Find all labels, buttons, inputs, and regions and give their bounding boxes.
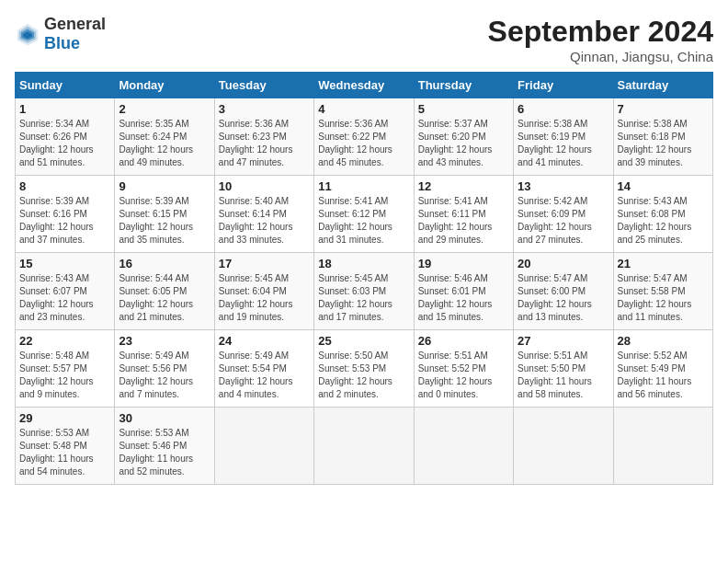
day-info: Sunrise: 5:36 AM Sunset: 6:22 PM Dayligh… [318, 118, 409, 169]
logo-text: General Blue [44, 15, 106, 53]
calendar-day-4: 4Sunrise: 5:36 AM Sunset: 6:22 PM Daylig… [314, 98, 414, 176]
day-number: 29 [19, 411, 110, 425]
day-number: 12 [418, 179, 509, 193]
calendar-day-empty [314, 408, 414, 485]
calendar-day-empty [514, 408, 613, 485]
calendar-header-monday: Monday [115, 73, 214, 98]
calendar-day-6: 6Sunrise: 5:38 AM Sunset: 6:19 PM Daylig… [514, 98, 613, 176]
calendar-week-3: 22Sunrise: 5:48 AM Sunset: 5:57 PM Dayli… [16, 330, 713, 408]
calendar-day-15: 15Sunrise: 5:43 AM Sunset: 6:07 PM Dayli… [16, 253, 115, 330]
calendar-day-2: 2Sunrise: 5:35 AM Sunset: 6:24 PM Daylig… [115, 98, 214, 176]
calendar-table: SundayMondayTuesdayWednesdayThursdayFrid… [15, 72, 713, 485]
day-info: Sunrise: 5:49 AM Sunset: 5:54 PM Dayligh… [219, 350, 310, 401]
day-info: Sunrise: 5:44 AM Sunset: 6:05 PM Dayligh… [119, 272, 210, 324]
calendar-day-16: 16Sunrise: 5:44 AM Sunset: 6:05 PM Dayli… [115, 253, 214, 330]
calendar-day-28: 28Sunrise: 5:52 AM Sunset: 5:49 PM Dayli… [613, 330, 712, 408]
day-number: 6 [518, 102, 609, 116]
day-info: Sunrise: 5:49 AM Sunset: 5:56 PM Dayligh… [119, 350, 210, 401]
day-info: Sunrise: 5:39 AM Sunset: 6:16 PM Dayligh… [19, 195, 110, 247]
day-number: 11 [318, 179, 409, 193]
calendar-header-saturday: Saturday [613, 73, 712, 98]
day-number: 10 [219, 179, 310, 193]
day-number: 13 [518, 179, 609, 193]
location-subtitle: Qinnan, Jiangsu, China [488, 49, 713, 64]
day-info: Sunrise: 5:43 AM Sunset: 6:08 PM Dayligh… [618, 195, 709, 247]
calendar-day-22: 22Sunrise: 5:48 AM Sunset: 5:57 PM Dayli… [16, 330, 115, 408]
calendar-day-17: 17Sunrise: 5:45 AM Sunset: 6:04 PM Dayli… [214, 253, 313, 330]
calendar-day-12: 12Sunrise: 5:41 AM Sunset: 6:11 PM Dayli… [414, 176, 513, 253]
calendar-day-3: 3Sunrise: 5:36 AM Sunset: 6:23 PM Daylig… [214, 98, 313, 176]
day-number: 19 [418, 257, 509, 270]
day-number: 8 [19, 179, 110, 193]
calendar-week-0: 1Sunrise: 5:34 AM Sunset: 6:26 PM Daylig… [16, 98, 713, 176]
day-info: Sunrise: 5:45 AM Sunset: 6:03 PM Dayligh… [318, 272, 409, 324]
day-number: 25 [318, 334, 409, 348]
calendar-day-13: 13Sunrise: 5:42 AM Sunset: 6:09 PM Dayli… [514, 176, 613, 253]
calendar-day-23: 23Sunrise: 5:49 AM Sunset: 5:56 PM Dayli… [115, 330, 214, 408]
title-block: September 2024 Qinnan, Jiangsu, China [488, 15, 713, 64]
calendar-header-row: SundayMondayTuesdayWednesdayThursdayFrid… [16, 73, 713, 98]
calendar-body: 1Sunrise: 5:34 AM Sunset: 6:26 PM Daylig… [16, 98, 713, 485]
day-number: 7 [618, 102, 709, 116]
day-number: 9 [119, 179, 210, 193]
calendar-header-thursday: Thursday [414, 73, 513, 98]
day-number: 28 [618, 334, 709, 348]
day-number: 15 [19, 257, 110, 270]
calendar-week-4: 29Sunrise: 5:53 AM Sunset: 5:48 PM Dayli… [16, 408, 713, 485]
day-info: Sunrise: 5:36 AM Sunset: 6:23 PM Dayligh… [219, 118, 310, 169]
day-info: Sunrise: 5:41 AM Sunset: 6:12 PM Dayligh… [318, 195, 409, 247]
calendar-day-7: 7Sunrise: 5:38 AM Sunset: 6:18 PM Daylig… [613, 98, 712, 176]
calendar-header-friday: Friday [514, 73, 613, 98]
calendar-day-empty [613, 408, 712, 485]
day-number: 3 [219, 102, 310, 116]
day-info: Sunrise: 5:37 AM Sunset: 6:20 PM Dayligh… [418, 118, 509, 169]
logo-general: General [44, 15, 106, 33]
day-info: Sunrise: 5:51 AM Sunset: 5:52 PM Dayligh… [418, 350, 509, 401]
calendar-header-sunday: Sunday [16, 73, 115, 98]
calendar-day-25: 25Sunrise: 5:50 AM Sunset: 5:53 PM Dayli… [314, 330, 414, 408]
calendar-day-8: 8Sunrise: 5:39 AM Sunset: 6:16 PM Daylig… [16, 176, 115, 253]
calendar-day-14: 14Sunrise: 5:43 AM Sunset: 6:08 PM Dayli… [613, 176, 712, 253]
day-info: Sunrise: 5:45 AM Sunset: 6:04 PM Dayligh… [219, 272, 310, 324]
day-info: Sunrise: 5:52 AM Sunset: 5:49 PM Dayligh… [618, 350, 709, 401]
day-number: 30 [119, 411, 210, 425]
day-number: 17 [219, 257, 310, 270]
calendar-header-tuesday: Tuesday [214, 73, 313, 98]
calendar-day-21: 21Sunrise: 5:47 AM Sunset: 5:58 PM Dayli… [613, 253, 712, 330]
day-number: 26 [418, 334, 509, 348]
day-info: Sunrise: 5:39 AM Sunset: 6:15 PM Dayligh… [119, 195, 210, 247]
calendar-day-29: 29Sunrise: 5:53 AM Sunset: 5:48 PM Dayli… [16, 408, 115, 485]
day-info: Sunrise: 5:34 AM Sunset: 6:26 PM Dayligh… [19, 118, 110, 169]
day-info: Sunrise: 5:51 AM Sunset: 5:50 PM Dayligh… [518, 350, 609, 401]
day-number: 14 [618, 179, 709, 193]
day-info: Sunrise: 5:53 AM Sunset: 5:48 PM Dayligh… [19, 427, 110, 478]
calendar-day-5: 5Sunrise: 5:37 AM Sunset: 6:20 PM Daylig… [414, 98, 513, 176]
calendar-week-2: 15Sunrise: 5:43 AM Sunset: 6:07 PM Dayli… [16, 253, 713, 330]
logo-blue: Blue [44, 34, 80, 52]
day-number: 27 [518, 334, 609, 348]
calendar-day-18: 18Sunrise: 5:45 AM Sunset: 6:03 PM Dayli… [314, 253, 414, 330]
day-number: 24 [219, 334, 310, 348]
day-info: Sunrise: 5:47 AM Sunset: 6:00 PM Dayligh… [518, 272, 609, 324]
calendar-header-wednesday: Wednesday [314, 73, 414, 98]
calendar-day-30: 30Sunrise: 5:53 AM Sunset: 5:46 PM Dayli… [115, 408, 214, 485]
day-number: 5 [418, 102, 509, 116]
day-info: Sunrise: 5:48 AM Sunset: 5:57 PM Dayligh… [19, 350, 110, 401]
day-number: 18 [318, 257, 409, 270]
calendar-day-24: 24Sunrise: 5:49 AM Sunset: 5:54 PM Dayli… [214, 330, 313, 408]
calendar-day-10: 10Sunrise: 5:40 AM Sunset: 6:14 PM Dayli… [214, 176, 313, 253]
calendar-day-9: 9Sunrise: 5:39 AM Sunset: 6:15 PM Daylig… [115, 176, 214, 253]
calendar-day-26: 26Sunrise: 5:51 AM Sunset: 5:52 PM Dayli… [414, 330, 513, 408]
day-info: Sunrise: 5:40 AM Sunset: 6:14 PM Dayligh… [219, 195, 310, 247]
day-info: Sunrise: 5:47 AM Sunset: 5:58 PM Dayligh… [618, 272, 709, 324]
calendar-day-empty [414, 408, 513, 485]
calendar-week-1: 8Sunrise: 5:39 AM Sunset: 6:16 PM Daylig… [16, 176, 713, 253]
day-info: Sunrise: 5:41 AM Sunset: 6:11 PM Dayligh… [418, 195, 509, 247]
calendar-day-20: 20Sunrise: 5:47 AM Sunset: 6:00 PM Dayli… [514, 253, 613, 330]
page-header: General Blue September 2024 Qinnan, Jian… [15, 15, 713, 64]
day-info: Sunrise: 5:43 AM Sunset: 6:07 PM Dayligh… [19, 272, 110, 324]
day-info: Sunrise: 5:50 AM Sunset: 5:53 PM Dayligh… [318, 350, 409, 401]
logo: General Blue [15, 15, 106, 53]
calendar-day-27: 27Sunrise: 5:51 AM Sunset: 5:50 PM Dayli… [514, 330, 613, 408]
day-info: Sunrise: 5:42 AM Sunset: 6:09 PM Dayligh… [518, 195, 609, 247]
